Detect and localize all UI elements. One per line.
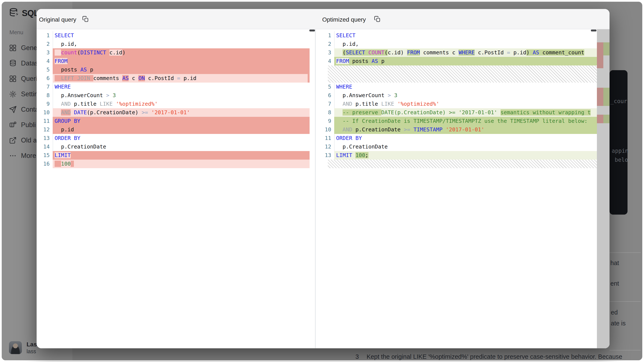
code-token: DISTINCT <box>80 49 106 56</box>
code-token <box>365 49 368 56</box>
code-line-text: 100 <box>53 160 310 168</box>
query-diff-modal: Original query Optimized query 1SELECT2 … <box>36 9 610 348</box>
code-token <box>394 101 397 107</box>
code-token: posts <box>349 58 372 64</box>
line-number: 4 <box>316 57 334 65</box>
copy-optimized-button[interactable] <box>374 15 381 23</box>
line-number: 9 <box>36 100 53 108</box>
code-token: 100 <box>356 152 365 158</box>
code-line-text: count(DISTINCT c.id) <box>53 48 310 57</box>
code-token: p.CreationDate <box>54 144 106 150</box>
code-line-text: AND p.title LIKE '%optimized%' <box>53 100 310 108</box>
optimized-scrollbar-thumb[interactable] <box>591 29 596 31</box>
code-token <box>110 92 112 98</box>
diff-minimap[interactable] <box>597 29 610 348</box>
code-token: '%optimized%' <box>397 101 439 107</box>
line-number: 12 <box>316 142 334 151</box>
code-line-text: LEFT JOIN comments AS c ON c.PostId = p.… <box>53 74 310 83</box>
code-line: 5 posts AS p <box>36 65 315 74</box>
code-token: = <box>507 49 510 56</box>
original-scrollbar-thumb[interactable] <box>309 29 315 31</box>
line-number: 13 <box>316 151 334 160</box>
code-line-text: p.id <box>53 125 310 134</box>
code-line-text: ORDER BY <box>53 134 310 142</box>
code-token: c.PostId <box>145 75 177 81</box>
code-area-original[interactable]: 1SELECT2 p.id,3 count(DISTINCT c.id)4FRO… <box>36 29 315 348</box>
code-token: > <box>106 92 110 98</box>
code-token: SELECT <box>54 32 74 38</box>
code-line: 5WHERE <box>316 83 610 91</box>
line-number: 10 <box>36 108 53 117</box>
line-number: 3 <box>316 48 334 57</box>
code-line: 8 -- preserve DATE(p.CreationDate) >= '2… <box>316 108 610 117</box>
line-number: 8 <box>316 108 334 117</box>
code-line-text: (SELECT COUNT(c.id) FROM comments c WHER… <box>334 48 597 57</box>
code-token: '2017-01-01' <box>446 126 484 133</box>
code-token <box>71 109 74 115</box>
code-token: comments <box>93 75 119 81</box>
code-line: 13LIMIT 100; <box>316 151 610 160</box>
code-token <box>148 109 151 115</box>
code-line: 3 (SELECT COUNT(c.id) FROM comments c WH… <box>316 48 610 57</box>
code-token: >= <box>142 109 148 115</box>
line-number: 11 <box>36 117 53 125</box>
code-token: AS <box>122 75 129 81</box>
code-token: -- If CreationDate is TIMESTAMP/TIMESTAM… <box>336 118 588 124</box>
code-token <box>90 75 93 81</box>
code-token: LIMIT <box>54 152 71 158</box>
line-number: 6 <box>36 74 53 83</box>
code-token: p.AnswerCount <box>54 92 106 98</box>
code-line-text: p.id, <box>334 40 597 48</box>
code-token <box>391 92 394 98</box>
minimap-mark-red <box>597 115 603 123</box>
code-token: LIKE <box>381 101 394 107</box>
code-token <box>442 126 446 133</box>
copy-icon <box>374 16 381 22</box>
line-number: 3 <box>36 48 53 57</box>
code-token: WHERE <box>54 84 71 90</box>
code-token: LIKE <box>100 101 112 107</box>
code-line-text: WHERE <box>334 83 597 91</box>
line-number: 7 <box>36 83 53 91</box>
code-token: LEFT JOIN <box>61 75 90 81</box>
code-line-text: p.AnswerCount > 3 <box>53 91 310 100</box>
line-number: 14 <box>36 142 53 151</box>
code-area-optimized[interactable]: 1SELECT2 p.id,3 (SELECT COUNT(c.id) FROM… <box>316 29 610 348</box>
code-token: p.AnswerCount <box>336 92 388 98</box>
code-line: 9 AND p.title LIKE '%optimized%' <box>36 100 315 108</box>
code-line: 15LIMIT <box>36 151 315 160</box>
code-token: c <box>449 49 458 56</box>
code-line: 16 100 <box>36 160 315 168</box>
code-token: ( <box>77 49 80 56</box>
code-token: p.CreationDate <box>336 144 388 150</box>
code-token: c.id <box>388 49 400 56</box>
code-token: FROM <box>54 58 68 64</box>
code-token: SELECT <box>336 32 356 38</box>
code-token: '2017-01-01' <box>151 109 190 115</box>
optimized-query-title: Optimized query <box>322 16 366 23</box>
code-token <box>119 75 122 81</box>
code-token: SELECT <box>346 49 365 56</box>
code-token: AND <box>61 109 71 115</box>
code-token: p.id, <box>336 41 358 47</box>
code-token: ( <box>342 49 346 56</box>
code-token: ORDER BY <box>54 135 80 141</box>
line-number: 8 <box>36 91 53 100</box>
code-line-text: LIMIT 100; <box>334 151 597 160</box>
code-token <box>530 49 533 56</box>
original-query-title: Original query <box>39 16 76 23</box>
code-token: p.id <box>510 49 526 56</box>
code-token: ( <box>384 49 388 56</box>
line-number: 12 <box>36 125 53 134</box>
line-number: 4 <box>36 57 53 65</box>
line-number: 16 <box>36 160 53 168</box>
code-token <box>539 49 542 56</box>
copy-original-button[interactable] <box>82 15 90 23</box>
code-token <box>336 109 342 115</box>
code-line-text: p.AnswerCount > 3 <box>334 91 597 100</box>
code-token: p <box>87 66 93 73</box>
code-token: 3 <box>394 92 397 98</box>
code-line: 12 p.CreationDate <box>316 142 610 151</box>
code-token: p.title <box>71 101 100 107</box>
minimap-mark-green <box>603 115 610 123</box>
